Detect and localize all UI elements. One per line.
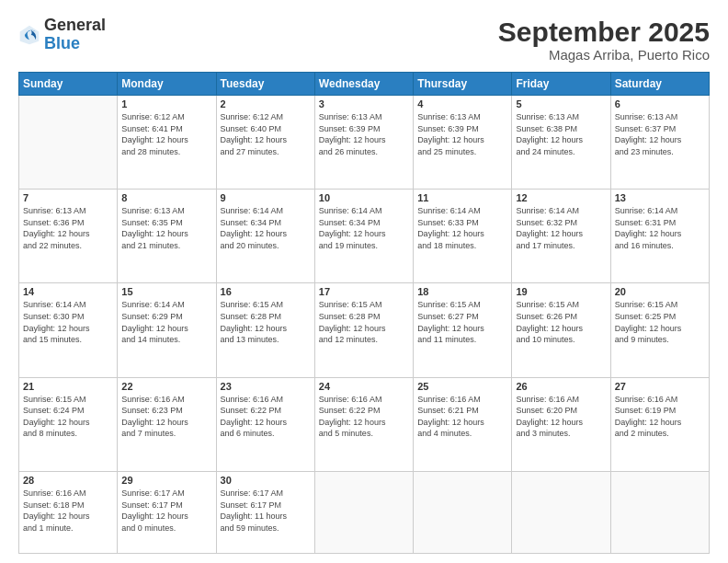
day-info: Sunrise: 6:16 AM Sunset: 6:22 PM Dayligh… <box>221 394 311 440</box>
day-number: 4 <box>417 98 507 109</box>
day-info: Sunrise: 6:15 AM Sunset: 6:26 PM Dayligh… <box>516 299 606 345</box>
page-subtitle: Magas Arriba, Puerto Rico <box>498 47 710 63</box>
day-info: Sunrise: 6:15 AM Sunset: 6:28 PM Dayligh… <box>319 299 409 345</box>
day-info: Sunrise: 6:13 AM Sunset: 6:39 PM Dayligh… <box>417 111 507 157</box>
calendar-weekday-wednesday: Wednesday <box>314 73 413 96</box>
calendar-cell: 2Sunrise: 6:12 AM Sunset: 6:40 PM Daylig… <box>216 96 314 190</box>
calendar-week-row: 28Sunrise: 6:16 AM Sunset: 6:18 PM Dayli… <box>19 471 710 553</box>
day-number: 3 <box>319 98 409 109</box>
day-number: 10 <box>319 192 409 203</box>
calendar-cell: 25Sunrise: 6:16 AM Sunset: 6:21 PM Dayli… <box>414 377 512 471</box>
day-number: 2 <box>221 98 311 109</box>
calendar-cell: 6Sunrise: 6:13 AM Sunset: 6:37 PM Daylig… <box>610 96 709 190</box>
day-info: Sunrise: 6:14 AM Sunset: 6:30 PM Dayligh… <box>23 299 113 345</box>
calendar-weekday-saturday: Saturday <box>610 73 709 96</box>
day-info: Sunrise: 6:14 AM Sunset: 6:32 PM Dayligh… <box>516 205 606 251</box>
calendar-cell: 9Sunrise: 6:14 AM Sunset: 6:34 PM Daylig… <box>216 190 314 283</box>
day-info: Sunrise: 6:15 AM Sunset: 6:24 PM Dayligh… <box>23 394 113 440</box>
calendar-header-row: SundayMondayTuesdayWednesdayThursdayFrid… <box>19 73 710 96</box>
day-number: 18 <box>417 286 507 297</box>
day-number: 21 <box>23 381 113 392</box>
day-info: Sunrise: 6:16 AM Sunset: 6:19 PM Dayligh… <box>615 394 705 440</box>
calendar-table: SundayMondayTuesdayWednesdayThursdayFrid… <box>18 72 710 554</box>
calendar-cell <box>512 471 610 553</box>
calendar-cell: 15Sunrise: 6:14 AM Sunset: 6:29 PM Dayli… <box>118 283 216 377</box>
calendar-weekday-monday: Monday <box>118 73 216 96</box>
calendar-week-row: 21Sunrise: 6:15 AM Sunset: 6:24 PM Dayli… <box>19 377 710 471</box>
calendar-cell: 5Sunrise: 6:13 AM Sunset: 6:38 PM Daylig… <box>512 96 610 190</box>
day-info: Sunrise: 6:16 AM Sunset: 6:23 PM Dayligh… <box>121 394 211 440</box>
day-number: 23 <box>221 381 311 392</box>
day-info: Sunrise: 6:14 AM Sunset: 6:33 PM Dayligh… <box>417 205 507 251</box>
calendar-weekday-friday: Friday <box>512 73 610 96</box>
calendar-cell: 26Sunrise: 6:16 AM Sunset: 6:20 PM Dayli… <box>512 377 610 471</box>
calendar-cell: 17Sunrise: 6:15 AM Sunset: 6:28 PM Dayli… <box>314 283 413 377</box>
header: General Blue September 2025 Magas Arriba… <box>18 17 710 63</box>
calendar-cell: 23Sunrise: 6:16 AM Sunset: 6:22 PM Dayli… <box>216 377 314 471</box>
day-info: Sunrise: 6:14 AM Sunset: 6:31 PM Dayligh… <box>615 205 705 251</box>
calendar-cell: 7Sunrise: 6:13 AM Sunset: 6:36 PM Daylig… <box>19 190 118 283</box>
day-info: Sunrise: 6:13 AM Sunset: 6:37 PM Dayligh… <box>615 111 705 157</box>
day-number: 6 <box>615 98 705 109</box>
calendar-cell: 24Sunrise: 6:16 AM Sunset: 6:22 PM Dayli… <box>314 377 413 471</box>
day-number: 15 <box>121 286 211 297</box>
title-block: September 2025 Magas Arriba, Puerto Rico <box>498 17 710 63</box>
calendar-cell: 29Sunrise: 6:17 AM Sunset: 6:17 PM Dayli… <box>118 471 216 553</box>
calendar-cell: 10Sunrise: 6:14 AM Sunset: 6:34 PM Dayli… <box>314 190 413 283</box>
calendar-cell: 20Sunrise: 6:15 AM Sunset: 6:25 PM Dayli… <box>610 283 709 377</box>
day-number: 24 <box>319 381 409 392</box>
calendar-cell <box>19 96 118 190</box>
day-number: 14 <box>23 286 113 297</box>
day-info: Sunrise: 6:14 AM Sunset: 6:34 PM Dayligh… <box>221 205 311 251</box>
calendar-cell <box>610 471 709 553</box>
calendar-cell: 12Sunrise: 6:14 AM Sunset: 6:32 PM Dayli… <box>512 190 610 283</box>
calendar-week-row: 14Sunrise: 6:14 AM Sunset: 6:30 PM Dayli… <box>19 283 710 377</box>
calendar-cell: 13Sunrise: 6:14 AM Sunset: 6:31 PM Dayli… <box>610 190 709 283</box>
day-number: 5 <box>516 98 606 109</box>
day-number: 17 <box>319 286 409 297</box>
calendar-week-row: 1Sunrise: 6:12 AM Sunset: 6:41 PM Daylig… <box>19 96 710 190</box>
day-info: Sunrise: 6:17 AM Sunset: 6:17 PM Dayligh… <box>221 488 311 534</box>
day-number: 22 <box>121 381 211 392</box>
day-number: 8 <box>121 192 211 203</box>
day-number: 29 <box>121 475 211 486</box>
logo-text: General Blue <box>44 17 106 53</box>
day-info: Sunrise: 6:16 AM Sunset: 6:22 PM Dayligh… <box>319 394 409 440</box>
day-info: Sunrise: 6:12 AM Sunset: 6:40 PM Dayligh… <box>221 111 311 157</box>
day-number: 27 <box>615 381 705 392</box>
day-number: 16 <box>221 286 311 297</box>
calendar-cell: 18Sunrise: 6:15 AM Sunset: 6:27 PM Dayli… <box>414 283 512 377</box>
calendar-cell: 16Sunrise: 6:15 AM Sunset: 6:28 PM Dayli… <box>216 283 314 377</box>
day-number: 9 <box>221 192 311 203</box>
day-number: 28 <box>23 475 113 486</box>
calendar-weekday-thursday: Thursday <box>414 73 512 96</box>
calendar-cell: 3Sunrise: 6:13 AM Sunset: 6:39 PM Daylig… <box>314 96 413 190</box>
day-info: Sunrise: 6:13 AM Sunset: 6:39 PM Dayligh… <box>319 111 409 157</box>
calendar-cell <box>314 471 413 553</box>
logo-icon <box>18 24 40 46</box>
day-info: Sunrise: 6:16 AM Sunset: 6:21 PM Dayligh… <box>417 394 507 440</box>
calendar-weekday-tuesday: Tuesday <box>216 73 314 96</box>
day-info: Sunrise: 6:14 AM Sunset: 6:34 PM Dayligh… <box>319 205 409 251</box>
day-info: Sunrise: 6:13 AM Sunset: 6:36 PM Dayligh… <box>23 205 113 251</box>
calendar-week-row: 7Sunrise: 6:13 AM Sunset: 6:36 PM Daylig… <box>19 190 710 283</box>
day-number: 12 <box>516 192 606 203</box>
calendar-cell: 11Sunrise: 6:14 AM Sunset: 6:33 PM Dayli… <box>414 190 512 283</box>
logo: General Blue <box>18 17 106 53</box>
day-info: Sunrise: 6:12 AM Sunset: 6:41 PM Dayligh… <box>121 111 211 157</box>
day-info: Sunrise: 6:15 AM Sunset: 6:27 PM Dayligh… <box>417 299 507 345</box>
calendar-cell: 14Sunrise: 6:14 AM Sunset: 6:30 PM Dayli… <box>19 283 118 377</box>
svg-marker-0 <box>20 26 40 45</box>
page-title: September 2025 <box>498 17 710 47</box>
calendar-cell: 21Sunrise: 6:15 AM Sunset: 6:24 PM Dayli… <box>19 377 118 471</box>
calendar-cell: 1Sunrise: 6:12 AM Sunset: 6:41 PM Daylig… <box>118 96 216 190</box>
calendar-cell: 4Sunrise: 6:13 AM Sunset: 6:39 PM Daylig… <box>414 96 512 190</box>
calendar-cell: 28Sunrise: 6:16 AM Sunset: 6:18 PM Dayli… <box>19 471 118 553</box>
day-number: 26 <box>516 381 606 392</box>
calendar-cell: 19Sunrise: 6:15 AM Sunset: 6:26 PM Dayli… <box>512 283 610 377</box>
calendar-cell: 22Sunrise: 6:16 AM Sunset: 6:23 PM Dayli… <box>118 377 216 471</box>
day-number: 1 <box>121 98 211 109</box>
calendar-cell <box>414 471 512 553</box>
calendar-cell: 8Sunrise: 6:13 AM Sunset: 6:35 PM Daylig… <box>118 190 216 283</box>
day-number: 7 <box>23 192 113 203</box>
